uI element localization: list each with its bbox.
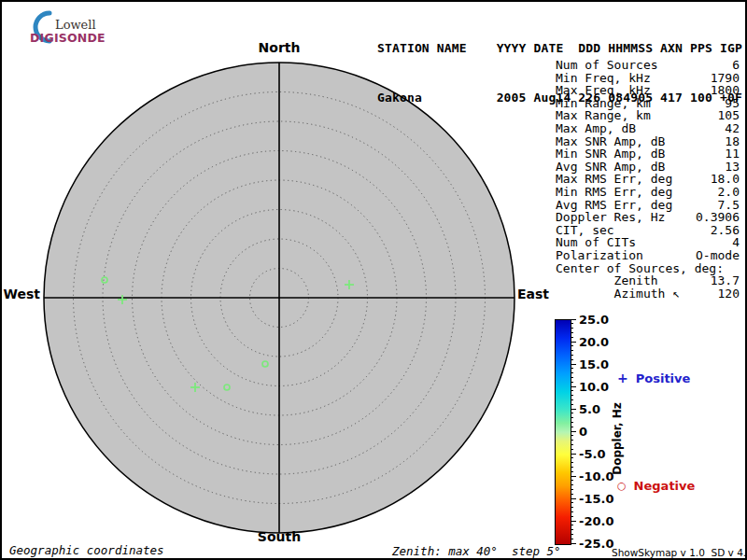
stat-row: Min RMS Err, deg2.0 (556, 186, 740, 199)
stat-value: 13.7 (711, 274, 740, 287)
stat-value: 6 (732, 59, 740, 72)
colorbar-tick (571, 467, 573, 468)
stats-panel: Num of Sources6Min Freq, kHz1790Max Freq… (556, 59, 740, 300)
stat-row: Num of CITs4 (556, 236, 740, 249)
stat-label: Avg RMS Err, deg (556, 199, 672, 212)
stat-row: Min Freq, kHz1790 (556, 72, 740, 85)
colorbar-tick (571, 345, 573, 346)
direction-label-east: East (517, 287, 549, 301)
stat-label: Min Freq, kHz (556, 72, 651, 85)
colorbar-tick (571, 386, 576, 387)
legend-negative-label: Negative (634, 479, 696, 493)
colorbar-tick (571, 431, 576, 432)
colorbar-tick (571, 543, 576, 544)
colorbar-tick (571, 355, 573, 356)
stat-label: Max Freq, kHz (556, 84, 651, 97)
stat-value: 18 (725, 135, 740, 148)
stat-row: Max Range, km105 (556, 109, 740, 122)
stat-row: Min SNR Amp, dB11 (556, 147, 740, 161)
zenith-range-note: Zenith: max 40° step 5° (392, 544, 561, 558)
colorbar-tick (571, 457, 573, 458)
colorbar-tick (571, 413, 573, 413)
stat-value: 95 (725, 97, 740, 110)
colorbar-tick-label: -5.0 (579, 447, 605, 461)
colorbar-tick-label: -15.0 (579, 492, 613, 506)
stat-label: Polarization (556, 249, 643, 262)
colorbar-tick (571, 395, 573, 396)
stat-value: 13 (725, 161, 740, 174)
colorbar-tick (571, 471, 573, 472)
colorbar-tick (571, 435, 573, 436)
legend-positive: +Positive (617, 371, 690, 385)
circle-marker-icon: ○ (617, 480, 627, 492)
colorbar-tick (571, 342, 576, 343)
colorbar-tick (571, 511, 573, 512)
colorbar-tick (571, 494, 573, 495)
colorbar-tick (571, 534, 573, 535)
stat-label: Max RMS Err, deg (556, 173, 672, 186)
stat-value: O-mode (696, 249, 740, 262)
colorbar-tick (571, 507, 573, 508)
stat-label: Zenith (556, 274, 658, 287)
direction-label-north: North (259, 40, 301, 55)
stat-row: Doppler Res, Hz0.3906 (556, 211, 740, 224)
stat-value: 18.0 (711, 173, 740, 186)
stat-row: Max Freq, kHz1800 (556, 84, 740, 97)
colorbar-tick (571, 444, 573, 445)
direction-label-west: West (4, 287, 40, 301)
stat-label: Center of Sources, deg: (556, 262, 724, 275)
colorbar-tick-label: -10.0 (579, 469, 613, 483)
stat-row: PolarizationO-mode (556, 249, 740, 262)
colorbar-tick-label: -20.0 (579, 514, 613, 528)
stat-value: 1800 (711, 84, 740, 97)
colorbar-tick (571, 454, 576, 455)
colorbar-tick (571, 498, 576, 499)
stat-row: Num of Sources6 (556, 59, 740, 72)
colorbar-tick (571, 489, 573, 490)
colorbar-tick (571, 368, 573, 369)
stat-row: Min Range, km95 (556, 97, 740, 110)
legend-negative: ○Negative (617, 479, 695, 493)
stat-value: 0.3906 (696, 211, 740, 224)
stat-label: Max SNR Amp, dB (556, 135, 665, 148)
stat-row: Center of Sources, deg: (556, 262, 740, 275)
colorbar-tick (571, 382, 573, 383)
colorbar-tick-label: 25.0 (579, 313, 609, 327)
colorbar-tick (571, 525, 573, 525)
colorbar-tick (571, 350, 573, 351)
colorbar-tick (571, 462, 573, 463)
colorbar-tick (571, 516, 573, 517)
plus-marker-icon: + (617, 371, 628, 385)
stat-value: 4 (732, 236, 740, 249)
stat-label: Num of CITs (556, 236, 636, 249)
colorbar-tick (571, 399, 573, 400)
colorbar-tick-label: 5.0 (579, 402, 600, 416)
version-note: ShowSkymap v 1.0 SD v 4.2 (612, 547, 747, 558)
colorbar-tick (571, 372, 573, 373)
colorbar-axis-label: Doppler, Hz (611, 397, 624, 481)
colorbar-tick-label: 10.0 (579, 380, 609, 394)
colorbar-tick (571, 521, 576, 522)
colorbar-tick (571, 529, 573, 530)
stat-label: Azimuth ↖ (556, 287, 680, 301)
stat-row: Zenith13.7 (556, 274, 740, 287)
stat-value: 11 (725, 147, 740, 161)
colorbar-tick (571, 404, 573, 405)
stat-label: Doppler Res, Hz (556, 211, 665, 224)
colorbar-tick (571, 484, 573, 485)
stat-label: Min Range, km (556, 97, 651, 110)
colorbar-tick (571, 422, 573, 423)
colorbar-tick (571, 476, 576, 477)
stat-value: 1790 (711, 72, 740, 85)
stat-value: 7.5 (718, 199, 740, 212)
stat-label: CIT, sec (556, 224, 614, 237)
colorbar-tick (571, 359, 573, 360)
stat-row: Azimuth ↖120 (556, 287, 740, 301)
stat-value: 2.56 (711, 224, 740, 237)
stat-row: Max SNR Amp, dB18 (556, 135, 740, 148)
colorbar-tick (571, 319, 576, 320)
logo-name: Lowell (55, 18, 96, 32)
lowell-digisonde-logo: Lowell DIGISONDE (11, 7, 133, 47)
colorbar-tick (571, 480, 573, 481)
stat-row: Max RMS Err, deg18.0 (556, 173, 740, 186)
